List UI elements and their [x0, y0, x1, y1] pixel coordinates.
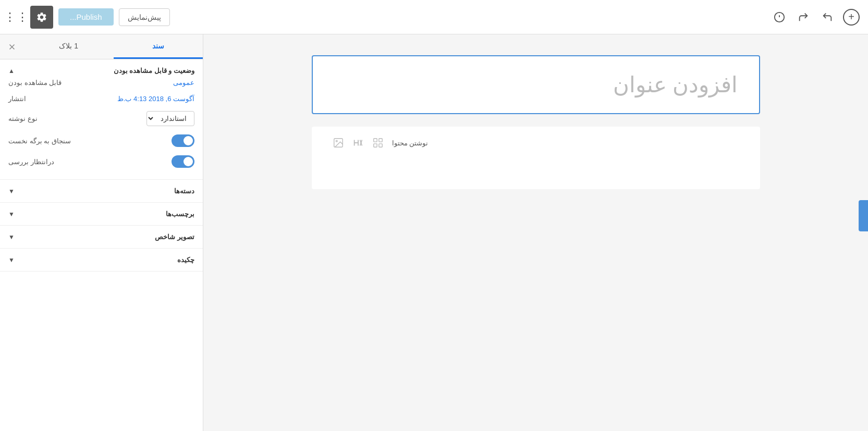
sidebar: سند 1 بلاک وضعیت و قابل مشاهده بودن ▲ عم… — [0, 34, 203, 431]
gear-icon — [36, 11, 47, 23]
excerpt-title: چکیده — [177, 256, 194, 264]
pin-toggle[interactable] — [172, 134, 194, 147]
right-side-tab[interactable] — [859, 200, 868, 231]
tab-block[interactable]: 1 بلاک — [24, 34, 114, 59]
publish-label: انتشار — [8, 95, 26, 103]
editor-area: افزودن عنوان نوشتن محتوا — [203, 34, 868, 431]
image-tool-icon[interactable] — [333, 137, 344, 149]
excerpt-section: چکیده ▼ — [0, 249, 203, 272]
info-icon — [774, 11, 785, 23]
post-type-label: نوع نوشته — [8, 115, 38, 122]
dots-icon: ⋮⋮ — [4, 10, 29, 24]
tags-section-header[interactable]: برچسب‌ها ▼ — [8, 210, 194, 218]
categories-title: دسته‌ها — [174, 187, 194, 195]
gallery-tool-icon[interactable] — [372, 137, 384, 149]
svg-rect-7 — [373, 144, 376, 147]
info-button[interactable] — [771, 9, 788, 26]
dots-menu-button[interactable]: ⋮⋮ — [8, 9, 25, 26]
publish-date-link[interactable]: آگوست 6, 2018 4:13 ب.ظ — [117, 95, 194, 103]
redo-icon — [798, 11, 809, 23]
add-block-button[interactable]: + — [843, 9, 860, 26]
svg-rect-8 — [378, 144, 382, 147]
preview-button[interactable]: پیش‌نمایش — [119, 8, 170, 26]
tags-arrow-icon: ▼ — [8, 211, 15, 218]
svg-point-15 — [336, 140, 337, 142]
title-block[interactable]: افزودن عنوان — [312, 55, 760, 114]
content-label: نوشتن محتوا — [392, 139, 429, 147]
plus-icon: + — [848, 11, 854, 23]
tab-document[interactable]: سند — [114, 34, 203, 59]
review-toggle[interactable] — [172, 155, 194, 168]
categories-section-header[interactable]: دسته‌ها ▼ — [8, 187, 194, 195]
categories-section: دسته‌ها ▼ — [0, 180, 203, 203]
featured-image-title: تصویر شاخص — [155, 233, 194, 241]
undo-icon — [822, 11, 833, 23]
visibility-label: قابل مشاهده بودن — [8, 79, 62, 87]
sidebar-tabs: سند 1 بلاک — [0, 34, 203, 59]
pin-label: سنجاق به برگه نخست — [8, 137, 71, 145]
topbar-right: + — [771, 9, 860, 26]
review-toggle-wrap — [172, 155, 194, 168]
pin-field-row: سنجاق به برگه نخست — [8, 130, 194, 151]
visibility-section: وضعیت و قابل مشاهده بودن ▲ عمومی قابل مش… — [0, 59, 203, 180]
visibility-link[interactable]: عمومی — [173, 79, 194, 87]
categories-arrow-icon: ▼ — [8, 188, 15, 195]
tags-title: برچسب‌ها — [166, 210, 194, 218]
visibility-title: وضعیت و قابل مشاهده بودن — [114, 67, 194, 75]
content-block[interactable]: نوشتن محتوا — [312, 127, 760, 189]
post-type-field-row: استاندارد نوع نوشته — [8, 107, 194, 130]
publish-field-row: آگوست 6, 2018 4:13 ب.ظ انتشار — [8, 91, 194, 107]
pin-toggle-wrap — [172, 134, 194, 147]
featured-image-section: تصویر شاخص ▼ — [0, 226, 203, 249]
publish-button[interactable]: ...Publish — [58, 8, 114, 26]
excerpt-section-header[interactable]: چکیده ▼ — [8, 256, 194, 264]
review-label: درانتظار بررسی — [8, 158, 54, 166]
featured-image-arrow-icon: ▼ — [8, 233, 15, 241]
post-type-select[interactable]: استاندارد — [146, 111, 194, 126]
close-sidebar-button[interactable] — [0, 34, 24, 59]
content-toolbar: نوشتن محتوا — [333, 137, 739, 149]
heading-tool-icon[interactable] — [352, 137, 364, 149]
tags-section: برچسب‌ها ▼ — [0, 203, 203, 226]
topbar: ⋮⋮ ...Publish پیش‌نمایش — [0, 0, 868, 34]
featured-image-section-header[interactable]: تصویر شاخص ▼ — [8, 233, 194, 241]
excerpt-arrow-icon: ▼ — [8, 256, 15, 264]
visibility-field-row: عمومی قابل مشاهده بودن — [8, 75, 194, 91]
arrow-up-icon: ▲ — [8, 67, 15, 75]
visibility-section-header[interactable]: وضعیت و قابل مشاهده بودن ▲ — [8, 67, 194, 75]
review-field-row: درانتظار بررسی — [8, 151, 194, 172]
svg-rect-6 — [378, 139, 382, 142]
svg-rect-5 — [373, 139, 376, 142]
title-placeholder: افزودن عنوان — [613, 72, 738, 97]
undo-button[interactable] — [819, 9, 836, 26]
gear-button[interactable] — [30, 6, 53, 29]
main-area: سند 1 بلاک وضعیت و قابل مشاهده بودن ▲ عم… — [0, 34, 868, 431]
redo-button[interactable] — [795, 9, 812, 26]
close-icon — [7, 42, 17, 52]
topbar-left: ⋮⋮ ...Publish پیش‌نمایش — [8, 6, 170, 29]
